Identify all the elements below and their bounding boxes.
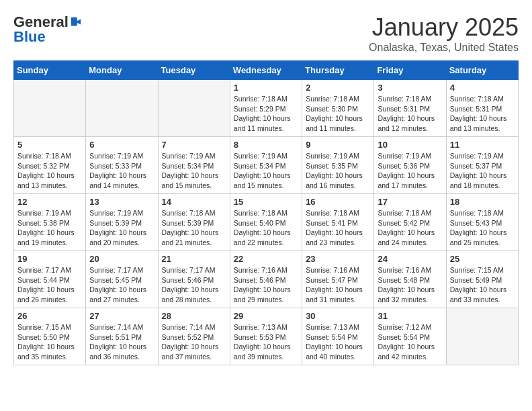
day-number: 14 bbox=[162, 197, 226, 207]
day-info: Sunrise: 7:18 AMSunset: 5:31 PMDaylight:… bbox=[378, 94, 442, 134]
title-block: January 2025 Onalaska, Texas, United Sta… bbox=[369, 13, 519, 54]
col-sunday: Sunday bbox=[14, 61, 86, 80]
day-cell-3-5: 24Sunrise: 7:16 AMSunset: 5:48 PMDayligh… bbox=[374, 251, 446, 308]
day-cell-0-0 bbox=[14, 80, 86, 137]
day-cell-4-1: 27Sunrise: 7:14 AMSunset: 5:51 PMDayligh… bbox=[86, 308, 158, 365]
day-number: 15 bbox=[234, 197, 298, 207]
day-number: 5 bbox=[17, 140, 82, 150]
day-info: Sunrise: 7:18 AMSunset: 5:39 PMDaylight:… bbox=[162, 208, 226, 248]
day-cell-4-4: 30Sunrise: 7:13 AMSunset: 5:54 PMDayligh… bbox=[302, 308, 374, 365]
day-cell-3-3: 22Sunrise: 7:16 AMSunset: 5:46 PMDayligh… bbox=[230, 251, 302, 308]
day-info: Sunrise: 7:18 AMSunset: 5:32 PMDaylight:… bbox=[17, 151, 82, 191]
day-info: Sunrise: 7:13 AMSunset: 5:54 PMDaylight:… bbox=[306, 322, 370, 362]
day-info: Sunrise: 7:18 AMSunset: 5:29 PMDaylight:… bbox=[234, 94, 298, 134]
logo-flag-icon bbox=[70, 16, 82, 28]
calendar-header-row: Sunday Monday Tuesday Wednesday Thursday… bbox=[14, 61, 519, 80]
day-info: Sunrise: 7:12 AMSunset: 5:54 PMDaylight:… bbox=[378, 322, 442, 362]
day-number: 4 bbox=[450, 83, 515, 93]
day-cell-1-5: 10Sunrise: 7:19 AMSunset: 5:36 PMDayligh… bbox=[374, 137, 446, 194]
col-saturday: Saturday bbox=[446, 61, 518, 80]
day-info: Sunrise: 7:15 AMSunset: 5:50 PMDaylight:… bbox=[17, 322, 82, 362]
day-info: Sunrise: 7:16 AMSunset: 5:48 PMDaylight:… bbox=[378, 265, 442, 305]
day-cell-1-6: 11Sunrise: 7:19 AMSunset: 5:37 PMDayligh… bbox=[446, 137, 518, 194]
day-info: Sunrise: 7:19 AMSunset: 5:34 PMDaylight:… bbox=[162, 151, 226, 191]
day-cell-3-1: 20Sunrise: 7:17 AMSunset: 5:45 PMDayligh… bbox=[86, 251, 158, 308]
day-cell-3-4: 23Sunrise: 7:16 AMSunset: 5:47 PMDayligh… bbox=[302, 251, 374, 308]
day-cell-0-5: 3Sunrise: 7:18 AMSunset: 5:31 PMDaylight… bbox=[374, 80, 446, 137]
day-cell-1-2: 7Sunrise: 7:19 AMSunset: 5:34 PMDaylight… bbox=[158, 137, 230, 194]
day-info: Sunrise: 7:19 AMSunset: 5:38 PMDaylight:… bbox=[17, 208, 82, 248]
day-cell-4-6 bbox=[446, 308, 518, 365]
day-number: 10 bbox=[378, 140, 442, 150]
day-number: 20 bbox=[89, 254, 154, 264]
day-cell-0-2 bbox=[158, 80, 230, 137]
day-info: Sunrise: 7:16 AMSunset: 5:46 PMDaylight:… bbox=[234, 265, 298, 305]
day-number: 6 bbox=[89, 140, 154, 150]
logo-blue-text: Blue bbox=[13, 28, 46, 46]
day-number: 8 bbox=[234, 140, 298, 150]
day-cell-2-1: 13Sunrise: 7:19 AMSunset: 5:39 PMDayligh… bbox=[86, 194, 158, 251]
day-number: 25 bbox=[450, 254, 515, 264]
day-cell-0-6: 4Sunrise: 7:18 AMSunset: 5:31 PMDaylight… bbox=[446, 80, 518, 137]
day-info: Sunrise: 7:18 AMSunset: 5:41 PMDaylight:… bbox=[306, 208, 370, 248]
day-cell-2-6: 18Sunrise: 7:18 AMSunset: 5:43 PMDayligh… bbox=[446, 194, 518, 251]
day-number: 7 bbox=[162, 140, 226, 150]
location-subtitle: Onalaska, Texas, United States bbox=[369, 42, 519, 54]
day-cell-1-1: 6Sunrise: 7:19 AMSunset: 5:33 PMDaylight… bbox=[86, 137, 158, 194]
day-info: Sunrise: 7:14 AMSunset: 5:51 PMDaylight:… bbox=[89, 322, 154, 362]
day-number: 11 bbox=[450, 140, 515, 150]
day-number: 29 bbox=[234, 311, 298, 321]
day-number: 26 bbox=[17, 311, 82, 321]
day-number: 27 bbox=[89, 311, 154, 321]
day-cell-1-4: 9Sunrise: 7:19 AMSunset: 5:35 PMDaylight… bbox=[302, 137, 374, 194]
day-cell-3-0: 19Sunrise: 7:17 AMSunset: 5:44 PMDayligh… bbox=[14, 251, 86, 308]
col-tuesday: Tuesday bbox=[158, 61, 230, 80]
day-number: 3 bbox=[378, 83, 442, 93]
day-number: 2 bbox=[306, 83, 370, 93]
day-number: 9 bbox=[306, 140, 370, 150]
day-number: 16 bbox=[306, 197, 370, 207]
day-info: Sunrise: 7:18 AMSunset: 5:30 PMDaylight:… bbox=[306, 94, 370, 134]
day-info: Sunrise: 7:15 AMSunset: 5:49 PMDaylight:… bbox=[450, 265, 515, 305]
day-info: Sunrise: 7:18 AMSunset: 5:42 PMDaylight:… bbox=[378, 208, 442, 248]
day-cell-0-4: 2Sunrise: 7:18 AMSunset: 5:30 PMDaylight… bbox=[302, 80, 374, 137]
day-info: Sunrise: 7:19 AMSunset: 5:34 PMDaylight:… bbox=[234, 151, 298, 191]
day-number: 1 bbox=[234, 83, 298, 93]
day-cell-2-0: 12Sunrise: 7:19 AMSunset: 5:38 PMDayligh… bbox=[14, 194, 86, 251]
day-number: 31 bbox=[378, 311, 442, 321]
day-info: Sunrise: 7:18 AMSunset: 5:40 PMDaylight:… bbox=[234, 208, 298, 248]
col-friday: Friday bbox=[374, 61, 446, 80]
day-info: Sunrise: 7:18 AMSunset: 5:31 PMDaylight:… bbox=[450, 94, 515, 134]
day-info: Sunrise: 7:19 AMSunset: 5:35 PMDaylight:… bbox=[306, 151, 370, 191]
day-number: 19 bbox=[17, 254, 82, 264]
day-number: 21 bbox=[162, 254, 226, 264]
calendar-table: Sunday Monday Tuesday Wednesday Thursday… bbox=[13, 60, 519, 365]
day-info: Sunrise: 7:19 AMSunset: 5:33 PMDaylight:… bbox=[89, 151, 154, 191]
day-cell-4-0: 26Sunrise: 7:15 AMSunset: 5:50 PMDayligh… bbox=[14, 308, 86, 365]
day-info: Sunrise: 7:13 AMSunset: 5:53 PMDaylight:… bbox=[234, 322, 298, 362]
day-cell-0-1 bbox=[86, 80, 158, 137]
day-number: 22 bbox=[234, 254, 298, 264]
col-wednesday: Wednesday bbox=[230, 61, 302, 80]
day-cell-1-3: 8Sunrise: 7:19 AMSunset: 5:34 PMDaylight… bbox=[230, 137, 302, 194]
day-cell-0-3: 1Sunrise: 7:18 AMSunset: 5:29 PMDaylight… bbox=[230, 80, 302, 137]
week-row-2: 5Sunrise: 7:18 AMSunset: 5:32 PMDaylight… bbox=[14, 137, 519, 194]
day-cell-4-2: 28Sunrise: 7:14 AMSunset: 5:52 PMDayligh… bbox=[158, 308, 230, 365]
day-number: 24 bbox=[378, 254, 442, 264]
day-number: 18 bbox=[450, 197, 515, 207]
day-cell-2-2: 14Sunrise: 7:18 AMSunset: 5:39 PMDayligh… bbox=[158, 194, 230, 251]
day-info: Sunrise: 7:17 AMSunset: 5:46 PMDaylight:… bbox=[162, 265, 226, 305]
day-cell-1-0: 5Sunrise: 7:18 AMSunset: 5:32 PMDaylight… bbox=[14, 137, 86, 194]
day-info: Sunrise: 7:14 AMSunset: 5:52 PMDaylight:… bbox=[162, 322, 226, 362]
day-cell-2-3: 15Sunrise: 7:18 AMSunset: 5:40 PMDayligh… bbox=[230, 194, 302, 251]
logo: General Blue bbox=[13, 13, 82, 46]
day-cell-2-5: 17Sunrise: 7:18 AMSunset: 5:42 PMDayligh… bbox=[374, 194, 446, 251]
day-info: Sunrise: 7:17 AMSunset: 5:45 PMDaylight:… bbox=[89, 265, 154, 305]
page-header: General Blue January 2025 Onalaska, Texa… bbox=[13, 13, 519, 54]
day-number: 23 bbox=[306, 254, 370, 264]
week-row-4: 19Sunrise: 7:17 AMSunset: 5:44 PMDayligh… bbox=[14, 251, 519, 308]
day-info: Sunrise: 7:19 AMSunset: 5:37 PMDaylight:… bbox=[450, 151, 515, 191]
day-cell-3-6: 25Sunrise: 7:15 AMSunset: 5:49 PMDayligh… bbox=[446, 251, 518, 308]
day-info: Sunrise: 7:19 AMSunset: 5:36 PMDaylight:… bbox=[378, 151, 442, 191]
day-cell-2-4: 16Sunrise: 7:18 AMSunset: 5:41 PMDayligh… bbox=[302, 194, 374, 251]
